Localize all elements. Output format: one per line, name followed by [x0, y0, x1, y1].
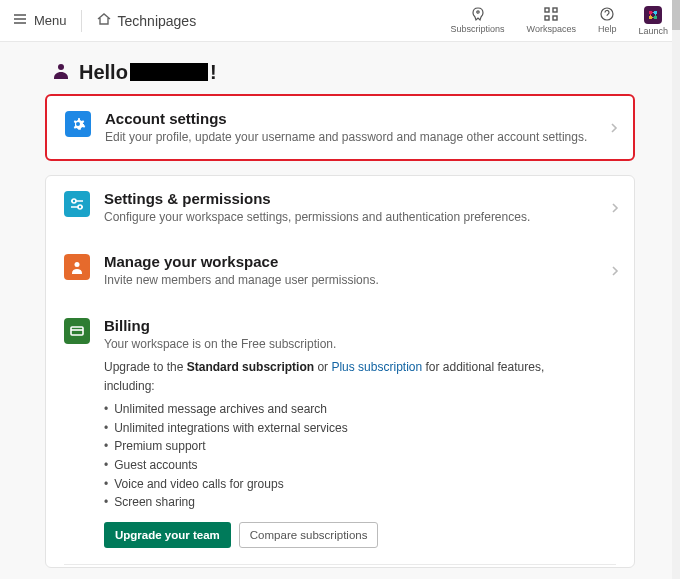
svg-point-9 — [75, 262, 80, 267]
home-icon — [96, 11, 112, 30]
upgrade-team-button[interactable]: Upgrade your team — [104, 522, 231, 548]
slack-icon — [644, 6, 662, 24]
t: Upgrade to the — [104, 360, 187, 374]
scrollbar-thumb[interactable] — [672, 0, 680, 30]
user-icon — [64, 254, 90, 280]
help-icon — [599, 6, 615, 22]
greeting: Hello ! — [45, 60, 635, 94]
brand-label: Technipages — [118, 13, 197, 29]
plan-name: Free subscription — [241, 337, 333, 351]
svg-rect-4 — [553, 16, 557, 20]
row-sub: Configure your workspace settings, permi… — [104, 209, 592, 225]
page-content: Hello ! Account settings Edit your profi… — [45, 42, 635, 579]
top-bar-left: Menu Technipages — [12, 10, 196, 32]
row-title: Billing — [104, 317, 592, 335]
nav-help[interactable]: Help — [598, 6, 617, 34]
workspace-mgmt-card: Settings & permissions Configure your wo… — [45, 175, 635, 568]
row-title: Manage your workspace — [104, 253, 592, 271]
settings-permissions-row[interactable]: Settings & permissions Configure your wo… — [46, 176, 634, 239]
plus-sub-link[interactable]: Plus subscription — [331, 360, 422, 374]
brand-link[interactable]: Technipages — [96, 11, 197, 30]
svg-point-6 — [58, 64, 64, 70]
nav-label: Help — [598, 24, 617, 34]
separator — [64, 564, 616, 565]
svg-rect-10 — [71, 327, 83, 335]
top-bar: Menu Technipages Subscriptions Workspace… — [0, 0, 680, 42]
row-body: Manage your workspace Invite new members… — [104, 253, 616, 288]
account-settings-row[interactable]: Account settings Edit your profile, upda… — [47, 96, 633, 159]
bullet: Premium support — [104, 437, 592, 456]
chevron-right-icon — [610, 199, 620, 217]
divider — [81, 10, 82, 32]
row-title: Settings & permissions — [104, 190, 592, 208]
billing-bullets: Unlimited message archives and search Un… — [104, 400, 592, 512]
greeting-heading: Hello ! — [79, 61, 217, 84]
bullet: Unlimited integrations with external ser… — [104, 419, 592, 438]
redacted-name — [130, 63, 208, 81]
manage-workspace-row[interactable]: Manage your workspace Invite new members… — [46, 239, 634, 302]
bullet: Voice and video calls for groups — [104, 475, 592, 494]
scrollbar[interactable] — [672, 0, 680, 579]
t: Your workspace is on the — [104, 337, 241, 351]
billing-row: Billing Your workspace is on the Free su… — [46, 303, 634, 562]
compare-subs-button[interactable]: Compare subscriptions — [239, 522, 379, 548]
menu-label: Menu — [34, 13, 67, 28]
nav-label: Launch — [638, 26, 668, 36]
svg-point-8 — [78, 205, 82, 209]
standard-sub: Standard subscription — [187, 360, 314, 374]
row-body: Settings & permissions Configure your wo… — [104, 190, 616, 225]
nav-label: Subscriptions — [451, 24, 505, 34]
row-sub: Invite new members and manage user permi… — [104, 272, 592, 288]
nav-label: Workspaces — [527, 24, 576, 34]
billing-extra: Upgrade to the Standard subscription or … — [104, 358, 592, 548]
bullet: Unlimited message archives and search — [104, 400, 592, 419]
chevron-right-icon — [610, 262, 620, 280]
svg-rect-1 — [545, 8, 549, 12]
exclaim: ! — [210, 61, 217, 84]
row-title: Account settings — [105, 110, 591, 128]
svg-rect-2 — [553, 8, 557, 12]
row-body: Account settings Edit your profile, upda… — [105, 110, 615, 145]
svg-rect-3 — [545, 16, 549, 20]
hamburger-icon — [12, 11, 28, 30]
svg-point-7 — [72, 199, 76, 203]
t: . — [333, 337, 336, 351]
top-bar-right: Subscriptions Workspaces Help Launch — [451, 6, 668, 36]
grid-icon — [543, 6, 559, 22]
chevron-right-icon — [609, 119, 619, 137]
row-body: Billing Your workspace is on the Free su… — [104, 317, 616, 548]
row-sub: Edit your profile, update your username … — [105, 129, 591, 145]
sliders-icon — [64, 191, 90, 217]
svg-point-5 — [601, 8, 613, 20]
gear-icon — [65, 111, 91, 137]
user-icon — [51, 60, 71, 84]
nav-subscriptions[interactable]: Subscriptions — [451, 6, 505, 34]
nav-launch[interactable]: Launch — [638, 6, 668, 36]
row-sub: Your workspace is on the Free subscripti… — [104, 336, 592, 352]
svg-point-0 — [476, 10, 478, 12]
bullet: Screen sharing — [104, 493, 592, 512]
billing-buttons: Upgrade your team Compare subscriptions — [104, 522, 592, 548]
menu-button[interactable]: Menu — [12, 11, 67, 30]
nav-workspaces[interactable]: Workspaces — [527, 6, 576, 34]
hello-text: Hello — [79, 61, 128, 84]
account-settings-card: Account settings Edit your profile, upda… — [45, 94, 635, 161]
t: or — [314, 360, 331, 374]
rocket-icon — [470, 6, 486, 22]
credit-card-icon — [64, 318, 90, 344]
bullet: Guest accounts — [104, 456, 592, 475]
